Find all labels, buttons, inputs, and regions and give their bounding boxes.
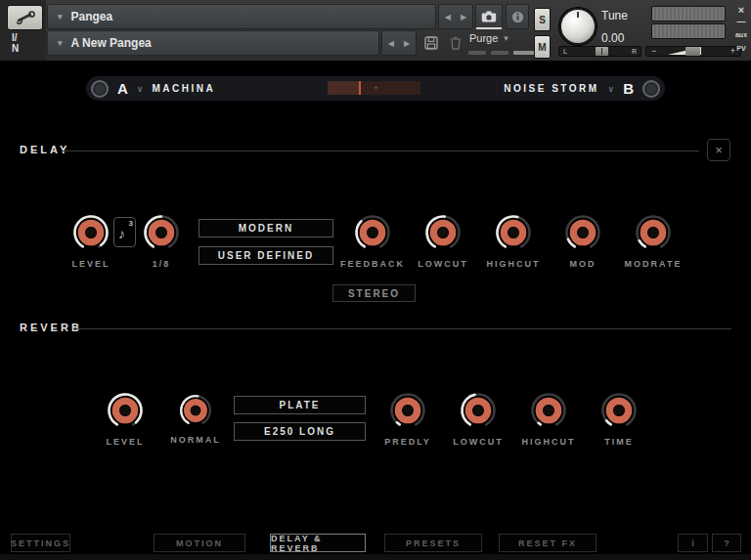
tune-knob[interactable]: [559, 8, 596, 45]
reverb-normal-label: NORMAL: [153, 435, 239, 445]
source-a-letter: A: [117, 80, 128, 97]
help-button[interactable]: ?: [712, 534, 741, 552]
ab-crossfade-slider[interactable]: [328, 81, 420, 95]
tune-label: Tune: [601, 9, 628, 22]
info-button[interactable]: i: [678, 534, 708, 552]
chevron-down-icon[interactable]: ∨: [137, 84, 144, 94]
minimize-icon[interactable]: —: [733, 17, 749, 26]
pan-left-label: L: [563, 48, 567, 55]
solo-button[interactable]: S: [534, 8, 551, 31]
chevron-down-icon: ▾: [58, 12, 63, 22]
delay-preset-button[interactable]: USER DEFINED: [199, 246, 333, 265]
save-icon: [424, 36, 438, 50]
source-a-radio[interactable]: [91, 80, 109, 98]
delay-mod-knob[interactable]: [563, 213, 602, 252]
mute-button[interactable]: M: [534, 35, 551, 59]
crossfade-fill: [328, 81, 359, 95]
delay-section-title: DELAY: [20, 144, 69, 155]
reverb-section-divider: [73, 328, 731, 329]
info-icon: [511, 11, 524, 23]
tab-motion[interactable]: MOTION: [154, 534, 245, 552]
delay-stereo-button[interactable]: STEREO: [332, 284, 416, 302]
delay-lowcut-knob[interactable]: [423, 213, 463, 252]
chevron-down-icon[interactable]: ∨: [608, 84, 615, 94]
instrument-title-row[interactable]: ▾ A New Pangea: [47, 30, 379, 56]
bank-title-row[interactable]: ▾ Pangea: [47, 4, 436, 29]
chevron-down-icon: ▾: [504, 33, 508, 43]
reverb-highcut-knob[interactable]: [529, 391, 568, 430]
tune-knob-pointer: [577, 12, 579, 18]
chevron-down-icon: ▾: [58, 38, 63, 48]
delay-type-button[interactable]: MODERN: [199, 219, 333, 237]
delay-time-label: 1/8: [118, 259, 204, 269]
footer-strip: [0, 554, 751, 560]
source-a-group: A ∨ MACHINA: [91, 76, 215, 101]
camera-icon: [481, 11, 497, 22]
source-a-name[interactable]: MACHINA: [152, 83, 215, 94]
volume-handle[interactable]: [685, 47, 700, 56]
tune-value[interactable]: 0.00: [601, 31, 624, 45]
pan-handle[interactable]: [596, 47, 608, 56]
source-b-letter: B: [623, 80, 634, 97]
delay-highcut-knob[interactable]: [494, 213, 533, 252]
delay-level-knob[interactable]: [71, 213, 110, 252]
crossfade-dot: [375, 86, 377, 89]
reverb-preset-button[interactable]: E250 LONG: [234, 422, 366, 441]
purge-label: Purge: [469, 32, 498, 44]
level-meter-right: [651, 23, 726, 39]
ab-source-bar: A ∨ MACHINA NOISE STORM ∨ B: [86, 76, 665, 101]
delay-modrate-knob[interactable]: [634, 213, 673, 252]
reverb-time-label: TIME: [576, 437, 662, 447]
reverb-level-knob[interactable]: [106, 391, 145, 430]
info-tab[interactable]: [506, 4, 529, 29]
volume-slider[interactable]: − +: [645, 46, 741, 57]
delay-reverb-close-button[interactable]: ×: [707, 139, 730, 161]
aux-toggle[interactable]: aux: [731, 31, 751, 38]
reverb-lowcut-knob[interactable]: [459, 391, 498, 430]
reverb-time-knob[interactable]: [599, 391, 639, 430]
tab-reset-fx[interactable]: RESET FX: [499, 534, 596, 552]
delay-modrate-label: MODRATE: [610, 259, 696, 269]
trash-icon: [450, 36, 462, 50]
next-bank-button[interactable]: ▶: [461, 13, 466, 22]
kontakt-header: I/N ▾ Pangea ◀ ▶: [0, 0, 751, 61]
reverb-normal-knob[interactable]: [178, 393, 213, 428]
tab-settings[interactable]: SETTINGS: [11, 534, 70, 552]
pan-right-label: R: [632, 48, 637, 55]
reverb-predelay-knob[interactable]: [388, 391, 427, 430]
purge-menu[interactable]: Purge ▾: [469, 32, 508, 44]
close-icon[interactable]: ×: [733, 4, 749, 16]
bank-nav-block: ◀ ▶: [438, 4, 473, 29]
pv-toggle[interactable]: PV: [731, 45, 751, 52]
level-meter-left: [651, 6, 726, 22]
edit-instrument-button[interactable]: [7, 5, 43, 30]
source-b-radio[interactable]: [642, 80, 660, 98]
crossfade-marker[interactable]: [359, 81, 361, 95]
next-instrument-button[interactable]: ▶: [404, 39, 410, 48]
save-button[interactable]: [420, 30, 442, 56]
delay-feedback-knob[interactable]: [353, 213, 392, 252]
wrench-icon: [15, 11, 36, 24]
tab-delay-reverb[interactable]: DELAY & REVERB: [270, 534, 366, 552]
delete-button[interactable]: [445, 30, 466, 56]
source-b-name[interactable]: NOISE STORM: [504, 83, 598, 94]
reverb-type-button[interactable]: PLATE: [234, 396, 366, 414]
bank-title: Pangea: [71, 10, 113, 23]
volume-decrease[interactable]: −: [651, 46, 656, 56]
memory-bar: [491, 51, 508, 55]
reverb-section-title: REVERB: [20, 322, 82, 333]
memory-bar: [468, 51, 486, 55]
io-indicator: I/N: [12, 32, 19, 54]
instrument-nav-block: ◀ ▶: [381, 30, 417, 56]
instrument-title: A New Pangea: [71, 36, 152, 50]
prev-instrument-button[interactable]: ◀: [388, 39, 394, 48]
delay-time-knob[interactable]: [142, 213, 181, 252]
tab-presets[interactable]: PRESETS: [384, 534, 482, 552]
pan-slider[interactable]: L R: [558, 46, 641, 57]
reverb-time-knob-block: TIME: [576, 391, 662, 447]
delay-section-divider: [62, 151, 699, 151]
source-b-group: NOISE STORM ∨ B: [504, 76, 660, 101]
snapshot-tab[interactable]: [475, 4, 503, 29]
delay-time-knob-block: 1/8: [118, 213, 204, 269]
prev-bank-button[interactable]: ◀: [445, 13, 451, 22]
